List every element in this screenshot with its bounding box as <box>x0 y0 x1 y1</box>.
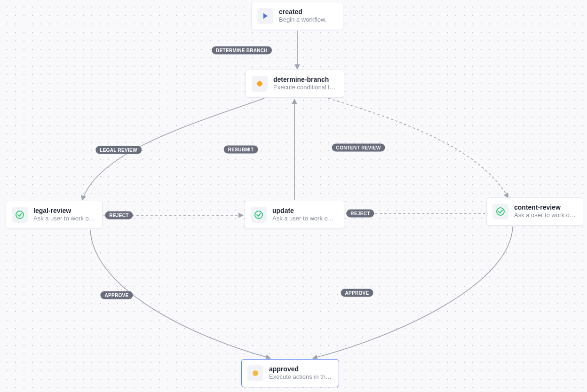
node-legal-review[interactable]: legal-review Ask a user to work o… <box>6 201 103 229</box>
svg-point-4 <box>253 370 258 376</box>
check-circle-icon <box>251 207 267 223</box>
node-determine-branch[interactable]: determine-branch Execute conditional l… <box>246 70 344 98</box>
dot-grid-background <box>0 0 587 392</box>
check-circle-icon <box>492 204 508 220</box>
node-title: content-review <box>514 204 576 212</box>
node-update[interactable]: update Ask a user to work o… <box>245 201 344 229</box>
node-title: approved <box>269 365 332 374</box>
node-created[interactable]: created Begin a workflow. <box>251 2 343 30</box>
check-circle-icon <box>12 207 28 223</box>
svg-point-1 <box>16 211 24 219</box>
node-subtitle: Execute conditional l… <box>273 84 335 92</box>
play-icon <box>257 8 273 24</box>
node-subtitle: Ask a user to work o… <box>33 215 95 223</box>
node-subtitle: Ask a user to work o… <box>514 212 576 220</box>
node-content-review[interactable]: content-review Ask a user to work o… <box>486 197 583 226</box>
node-subtitle: Ask a user to work o… <box>272 215 334 223</box>
workflow-canvas[interactable]: created Begin a workflow. determine-bran… <box>0 0 587 392</box>
svg-point-2 <box>255 211 262 219</box>
node-subtitle: Begin a workflow. <box>279 16 326 24</box>
node-title: update <box>272 207 334 215</box>
node-title: legal-review <box>33 207 95 215</box>
node-approved[interactable]: approved Execute actions in th… <box>241 359 339 387</box>
diamond-icon <box>252 76 268 92</box>
node-subtitle: Execute actions in th… <box>269 373 332 381</box>
node-title: determine-branch <box>273 76 335 84</box>
circle-icon <box>247 365 263 381</box>
node-title: created <box>279 8 326 16</box>
svg-rect-0 <box>256 80 263 87</box>
svg-point-3 <box>497 208 504 215</box>
